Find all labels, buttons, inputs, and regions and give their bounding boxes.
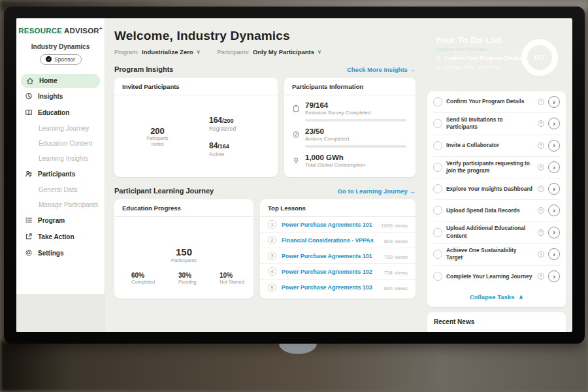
- lesson-link[interactable]: Power Purchase Agreements 103: [282, 284, 379, 291]
- chevron-right-button[interactable]: ›: [548, 118, 560, 129]
- info-icon[interactable]: ?: [538, 229, 544, 236]
- go-to-learning-journey-link[interactable]: Go to Learning Journey →: [338, 188, 416, 195]
- gear-icon: [25, 249, 33, 257]
- task-checkbox[interactable]: [433, 119, 442, 128]
- participants-information-card: Participants Information 79/164 Emission…: [284, 78, 416, 177]
- info-icon[interactable]: ?: [538, 164, 544, 171]
- lesson-row: 2 Financial Considerations - VPPAs 803 v…: [260, 233, 416, 248]
- monitor-bezel: RESOURCE ADVISOR+ Industry Dynamics ✓ Sp…: [4, 7, 585, 344]
- chevron-right-button[interactable]: ›: [548, 183, 560, 195]
- chevron-right-button[interactable]: ›: [548, 204, 560, 216]
- task-checkbox[interactable]: [433, 163, 442, 172]
- sidebar-item-take-action[interactable]: Take Action: [16, 229, 105, 245]
- lesson-row: 5 Power Purchase Agreements 103 600 view…: [260, 280, 416, 295]
- home-icon: [26, 77, 34, 85]
- lesson-link[interactable]: Power Purchase Agreements 102: [282, 269, 379, 275]
- arrow-right-icon: →: [410, 66, 416, 73]
- participants-filter[interactable]: Participants: Only My Participants ∨: [218, 48, 321, 56]
- legend-dot: [123, 273, 128, 278]
- sponsor-badge-icon: ✓: [46, 56, 52, 62]
- program-filter[interactable]: Program: Industrialize Zero ∨: [114, 48, 201, 56]
- info-icon[interactable]: ?: [538, 142, 544, 149]
- sidebar-item-settings[interactable]: Settings: [16, 245, 105, 261]
- task-checkbox[interactable]: [433, 206, 442, 215]
- task-checkbox[interactable]: [433, 97, 442, 106]
- consumption-row: 1,000 GWh Total Global Consumption: [292, 154, 406, 168]
- sidebar-item-learning-insights[interactable]: Learning Insights: [16, 151, 105, 166]
- dashboard-screen: RESOURCE ADVISOR+ Industry Dynamics ✓ Sp…: [16, 18, 572, 332]
- sidebar-item-general-data[interactable]: General Data: [16, 182, 105, 197]
- info-icon[interactable]: ?: [538, 120, 544, 127]
- card-title: Education Progress: [114, 199, 253, 217]
- sidebar-item-insights[interactable]: Insights: [16, 88, 105, 105]
- recent-news-heading: Recent News: [434, 318, 559, 331]
- book-icon: [25, 108, 33, 116]
- chevron-right-button[interactable]: ›: [548, 96, 560, 108]
- sidebar-item-manage-participants[interactable]: Manage Participants: [16, 197, 105, 212]
- task-row: Send 50 Invitations to Participants ? ›: [433, 113, 560, 135]
- org-name: Industry Dynamics: [16, 43, 105, 50]
- info-icon[interactable]: ?: [538, 99, 544, 105]
- check-more-insights-link[interactable]: Check More Insights →: [347, 66, 416, 73]
- chevron-right-button[interactable]: ›: [548, 161, 560, 173]
- info-icon[interactable]: ?: [538, 273, 544, 280]
- donut-legend: 164/200 Registered 84/164 Active: [201, 116, 236, 157]
- todo-tasks-card: Confirm Your Program Details ? › Send 50…: [427, 91, 566, 307]
- legend-dot: [201, 144, 205, 148]
- sidebar-item-home[interactable]: Home: [21, 74, 100, 88]
- info-icon[interactable]: ?: [538, 251, 544, 257]
- info-icon[interactable]: ?: [538, 207, 544, 214]
- emission-survey-row: 79/164 Emission Survey Completed: [292, 101, 406, 122]
- sidebar-item-participants[interactable]: Participants: [16, 166, 105, 182]
- people-icon: [25, 170, 33, 178]
- sidebar-item-learning-journey[interactable]: Learning Journey: [16, 121, 105, 136]
- check-circle-icon: [292, 131, 300, 139]
- sidebar-footer: [16, 294, 105, 332]
- card-title: Invited Participants: [114, 78, 278, 95]
- app-logo: RESOURCE ADVISOR+: [16, 18, 105, 35]
- task-row: Confirm Your Program Details ? ›: [433, 91, 560, 113]
- chevron-right-button[interactable]: ›: [548, 270, 560, 282]
- sidebar-item-education-content[interactable]: Education Content: [16, 136, 105, 151]
- sidebar: RESOURCE ADVISOR+ Industry Dynamics ✓ Sp…: [16, 18, 105, 332]
- sidebar-item-education[interactable]: Education: [16, 105, 105, 121]
- chevron-down-icon: ∨: [318, 49, 321, 55]
- task-checkbox[interactable]: [433, 250, 442, 259]
- todo-panel: Your To Do List Complete Your Next Task:…: [423, 18, 572, 332]
- legend-not-started: 10%Not Started: [212, 272, 244, 285]
- task-checkbox[interactable]: [433, 272, 442, 281]
- education-gauge-chart: 150 Participants: [144, 225, 224, 267]
- todo-summary-card: Your To Do List Complete Your Next Task:…: [427, 29, 566, 86]
- chevron-right-button[interactable]: ›: [548, 248, 560, 260]
- sidebar-menu: Home Insights Education Learning Journey…: [16, 74, 105, 261]
- invited-donut-chart: 200 Participants Invited: [123, 103, 191, 171]
- task-checkbox[interactable]: [433, 141, 442, 150]
- chevron-down-icon: ∨: [197, 49, 201, 55]
- lesson-link[interactable]: Power Purchase Agreements 101: [282, 253, 379, 259]
- legend-dot: [201, 118, 205, 123]
- page-title: Welcome, Industry Dynamics: [114, 29, 416, 43]
- task-checkbox[interactable]: [433, 184, 442, 193]
- progress-bar: [305, 145, 406, 148]
- lesson-link[interactable]: Power Purchase Agreements 101: [282, 221, 376, 228]
- education-progress-card: Education Progress 150 Participants 60%C…: [114, 199, 253, 299]
- card-title: Top Lessons: [260, 199, 416, 217]
- gauge-legend: 60%Completed 30%Pending 10%Not Started: [114, 267, 253, 285]
- chevron-right-button[interactable]: ›: [548, 140, 560, 152]
- task-checkbox[interactable]: [433, 228, 442, 237]
- clock-icon: [435, 65, 441, 71]
- info-icon[interactable]: ?: [538, 186, 544, 192]
- legend-registered: 164/200 Registered: [201, 116, 236, 132]
- task-row: Verify participants requesting to join t…: [433, 157, 560, 179]
- action-icon: [25, 233, 33, 240]
- actions-completed-row: 23/50 Actions Completed: [292, 127, 406, 148]
- task-row: Upload Spend Data Records ? ›: [433, 200, 560, 221]
- card-title: Participants Information: [284, 78, 416, 95]
- sidebar-item-program[interactable]: Program: [16, 212, 105, 229]
- program-insights-heading: Program Insights: [114, 65, 173, 73]
- collapse-tasks-link[interactable]: Collapse Tasks∧: [433, 287, 560, 307]
- chevron-right-button[interactable]: ›: [548, 227, 560, 238]
- sponsor-badge[interactable]: ✓ Sponsor: [40, 54, 82, 65]
- lesson-link[interactable]: Financial Considerations - VPPAs: [282, 237, 379, 244]
- legend-active: 84/164 Active: [201, 141, 236, 157]
